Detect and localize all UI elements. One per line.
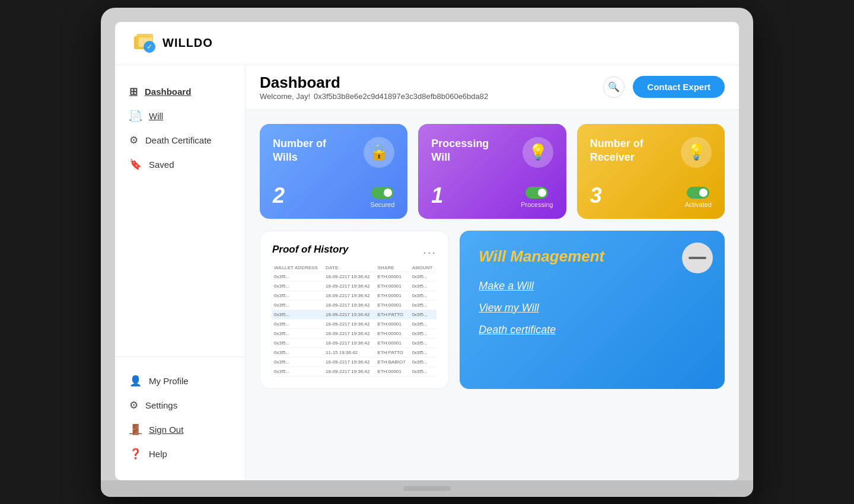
processing-will-status-label: Processing	[521, 201, 553, 208]
card-number-of-receiver-status: Activated	[685, 187, 712, 208]
sidebar-item-my-profile[interactable]: 👤 My Profile	[115, 369, 245, 393]
col-date: DATE	[324, 264, 375, 272]
history-title: Proof of History	[272, 244, 348, 256]
sidebar-item-sign-out[interactable]: 🚪 Sign Out	[115, 417, 245, 442]
table-row: 0x3f5...11-15 19:36:42ETH:PATTO0x3f5...	[272, 347, 436, 357]
card-number-of-receiver-value: 3	[590, 183, 602, 208]
search-button[interactable]: 🔍	[603, 76, 624, 98]
col-wallet: WALLET ADDRESS	[272, 264, 324, 272]
number-of-wills-toggle[interactable]	[371, 187, 394, 199]
table-row: 0x3f5...18-09-2217 19:36:42ETH:000010x3f…	[272, 281, 436, 291]
sidebar-item-will[interactable]: 📄 Will	[115, 104, 245, 128]
col-amount: AMOUNT	[410, 264, 436, 272]
help-icon: ❓	[129, 448, 142, 460]
header-subtitle: Welcome, Jay! 0x3f5b3b8e6e2c9d41897e3c3d…	[260, 92, 603, 101]
table-row: 0x3f5...18-09-2217 19:36:42ETH:000010x3f…	[272, 338, 436, 347]
sign-out-icon: 🚪	[129, 423, 142, 436]
table-row: 0x3f5...18-09-2217 19:36:42ETH:000010x3f…	[272, 300, 436, 310]
number-of-wills-status-label: Secured	[370, 201, 394, 208]
sidebar-item-death-certificate[interactable]: ⚙ Death Certificate	[115, 128, 245, 152]
card-processing-will-title: Processing Will	[431, 137, 510, 165]
will-management-links: Make a Will View my Will Death certifica…	[479, 280, 706, 336]
card-number-of-wills-icon: 🔒	[364, 137, 394, 168]
wallet-address: 0x3f5b3b8e6e2c9d41897e3c3d8efb8b060e6bda…	[314, 92, 488, 101]
stats-cards-row: Number of Wills 🔒 2 Secured	[260, 124, 725, 219]
logo-area: ✓ WILLDO	[132, 30, 250, 56]
will-management-title: Will Management	[479, 247, 706, 266]
will-mgmt-icon	[682, 243, 713, 273]
table-row: 0x3f5...18-09-2217 19:36:42ETH:PATTO0x3f…	[272, 310, 436, 319]
svg-text:✓: ✓	[146, 43, 152, 51]
death-cert-icon: ⚙	[129, 134, 138, 146]
sidebar-item-dashboard[interactable]: ⊞ Dashboard	[115, 79, 245, 104]
death-certificate-link[interactable]: Death certificate	[479, 324, 706, 336]
table-row: 0x3f5...18-09-2217 19:36:42ETH:000010x3f…	[272, 328, 436, 338]
header: ✓ WILLDO	[115, 22, 739, 65]
history-table: WALLET ADDRESS DATE SHARE AMOUNT 0x3f5..…	[272, 264, 436, 377]
table-row: 0x3f5...18-09-2217 19:36:42ETH:000010x3f…	[272, 366, 436, 376]
sidebar-item-help[interactable]: ❓ Help	[115, 442, 245, 466]
sidebar-item-settings[interactable]: ⚙ Settings	[115, 393, 245, 417]
sidebar-item-my-profile-label: My Profile	[149, 376, 189, 386]
card-processing-will-icon: 💡	[522, 137, 553, 168]
welcome-text: Welcome, Jay!	[260, 92, 310, 101]
sidebar-item-death-certificate-label: Death Certificate	[145, 135, 212, 145]
card-processing-will-value: 1	[431, 183, 443, 208]
proof-of-history-card: Proof of History ... WALLET ADDRESS DATE…	[260, 231, 449, 389]
stat-card-number-of-wills: Number of Wills 🔒 2 Secured	[260, 124, 407, 219]
sidebar-item-saved[interactable]: 🔖 Saved	[115, 152, 245, 177]
table-row: 0x3f5...18-09-2217 19:36:42ETH:BABIO70x3…	[272, 357, 436, 366]
sidebar-item-saved-label: Saved	[149, 160, 174, 170]
processing-will-toggle[interactable]	[525, 187, 548, 199]
contact-expert-button[interactable]: Contact Expert	[633, 76, 725, 98]
main-content: Number of Wills 🔒 2 Secured	[246, 110, 739, 480]
card-number-of-wills-value: 2	[273, 183, 285, 208]
svg-rect-5	[689, 257, 706, 259]
sidebar-item-will-label: Will	[149, 111, 163, 121]
my-profile-icon: 👤	[129, 375, 142, 387]
stat-card-processing-will: Processing Will 💡 1 Processing	[418, 124, 566, 219]
card-number-of-receiver-icon: 💡	[681, 137, 712, 168]
number-of-receiver-status-label: Activated	[685, 201, 712, 208]
card-number-of-wills-title: Number of Wills	[273, 137, 352, 165]
number-of-receiver-toggle[interactable]	[687, 187, 709, 199]
logo-icon: ✓	[132, 30, 158, 56]
card-number-of-receiver-title: Number of Receiver	[590, 137, 669, 165]
sidebar-item-help-label: Help	[149, 449, 167, 459]
sidebar-item-dashboard-label: Dashboard	[145, 87, 191, 97]
sidebar: ⊞ Dashboard 📄 Will ⚙ Death Certificate 🔖…	[115, 65, 246, 480]
card-number-of-wills-status: Secured	[370, 187, 394, 208]
table-row: 0x3f5...18-09-2217 19:36:42ETH:000010x3f…	[272, 272, 436, 281]
make-a-will-link[interactable]: Make a Will	[479, 280, 706, 292]
history-dots-menu[interactable]: ...	[423, 243, 436, 257]
dashboard-icon: ⊞	[129, 85, 138, 98]
col-share: SHARE	[376, 264, 410, 272]
card-processing-will-status: Processing	[521, 187, 553, 208]
sidebar-item-settings-label: Settings	[145, 400, 177, 410]
settings-icon: ⚙	[129, 399, 138, 412]
table-row: 0x3f5...18-09-2217 19:36:42ETH:000010x3f…	[272, 291, 436, 300]
will-icon: 📄	[129, 110, 142, 122]
page-title: Dashboard	[260, 74, 603, 92]
view-my-will-link[interactable]: View my Will	[479, 302, 706, 314]
will-management-card: Will Management Make a Will View my Will…	[460, 231, 725, 389]
logo-text: WILLDO	[162, 36, 213, 50]
bottom-row: Proof of History ... WALLET ADDRESS DATE…	[260, 231, 725, 389]
stat-card-number-of-receiver: Number of Receiver 💡 3 Activated	[577, 124, 725, 219]
table-row: 0x3f5...18-09-2217 19:36:42ETH:000010x3f…	[272, 319, 436, 328]
sidebar-item-sign-out-label: Sign Out	[149, 425, 183, 435]
saved-icon: 🔖	[129, 158, 142, 171]
